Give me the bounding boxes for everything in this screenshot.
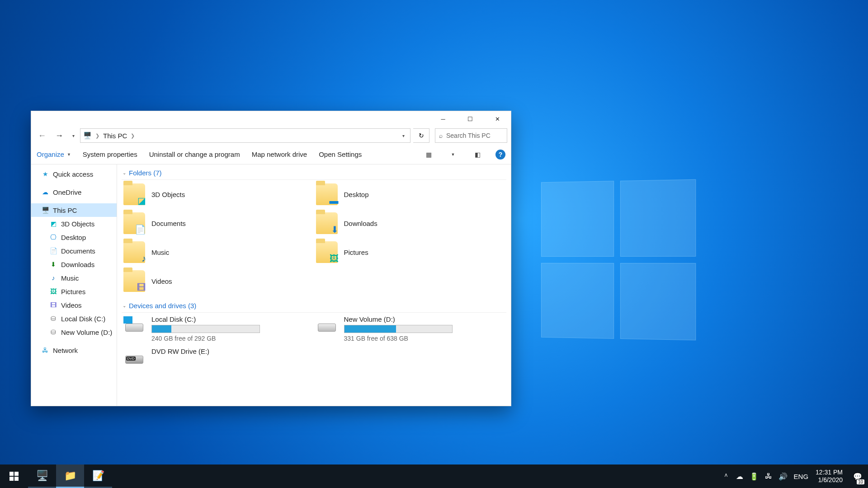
drive-local-c[interactable]: Local Disk (C:) 240 GB free of 292 GB [122, 313, 314, 345]
help-button[interactable]: ? [495, 150, 505, 160]
preview-pane-button[interactable]: ◧ [471, 148, 484, 161]
navigation-pane: ★Quick access ☁OneDrive 🖥️This PC ◩3D Ob… [31, 164, 117, 406]
sidebar-network[interactable]: 🖧Network [31, 343, 117, 357]
folders-group-header[interactable]: ⌄ Folders (7) [122, 166, 506, 180]
forward-button[interactable]: → [52, 128, 66, 143]
this-pc-icon: 🖥️ [83, 131, 92, 140]
volume-icon[interactable]: 🔊 [778, 472, 788, 481]
recent-locations-dropdown[interactable]: ▾ [69, 133, 77, 138]
folder-icon: 🎞 [123, 270, 145, 292]
change-view-button[interactable]: ▦ [422, 148, 435, 161]
folder-music[interactable]: ♪ Music [122, 238, 314, 267]
cloud-icon: ☁ [41, 188, 49, 196]
taskbar: 🖥️ 📁 📝 ＾ ☁ 🔋 🖧 🔊 ENG 12:31 PM 1/6/2020 💬… [0, 465, 868, 488]
taskbar-file-explorer[interactable]: 📁 [56, 465, 84, 488]
sidebar-desktop[interactable]: 🖵Desktop [31, 230, 117, 244]
notification-count: 10 [857, 479, 864, 484]
organize-menu[interactable]: Organize ▼ [37, 150, 71, 158]
folder-icon: ⬇ [316, 212, 338, 234]
disk-icon: ⛁ [49, 328, 57, 336]
music-icon: ♪ [49, 274, 57, 282]
dvd-drive-icon: DVD [123, 347, 145, 369]
battery-icon[interactable]: 🔋 [750, 472, 759, 481]
download-icon: ⬇ [49, 260, 57, 268]
taskbar-app-1[interactable]: 🖥️ [28, 465, 56, 488]
folder-icon: 🖼 [316, 241, 338, 263]
system-tray: ＾ ☁ 🔋 🖧 🔊 ENG [720, 472, 811, 481]
change-view-dropdown[interactable]: ▼ [447, 148, 459, 161]
search-placeholder: Search This PC [446, 132, 491, 139]
folder-3d-objects[interactable]: ◪ 3D Objects [122, 180, 314, 209]
navigation-bar: ← → ▾ 🖥️ ❯ This PC ❯ ▾ ↻ ⌕ Search This P… [31, 127, 511, 145]
sidebar-music[interactable]: ♪Music [31, 271, 117, 285]
file-explorer-window: ─ ☐ ✕ ← → ▾ 🖥️ ❯ This PC ❯ ▾ ↻ ⌕ Search … [31, 111, 511, 406]
maximize-button[interactable]: ☐ [457, 111, 484, 127]
usage-bar [151, 325, 260, 333]
folder-icon: ▬ [316, 183, 338, 205]
back-button[interactable]: ← [35, 128, 49, 143]
disk-icon [316, 315, 338, 337]
pc-icon: 🖥️ [41, 206, 49, 214]
breadcrumb-current[interactable]: This PC [103, 132, 127, 140]
titlebar[interactable]: ─ ☐ ✕ [31, 111, 511, 127]
chevron-right-icon: ❯ [130, 133, 136, 139]
videos-icon: 🎞 [49, 301, 57, 309]
sidebar-local-disk-c[interactable]: ⛁Local Disk (C:) [31, 312, 117, 325]
chevron-right-icon: ❯ [94, 133, 100, 139]
folder-documents[interactable]: 📄 Documents [122, 209, 314, 238]
disk-icon: ⛁ [49, 314, 57, 323]
folder-downloads[interactable]: ⬇ Downloads [314, 209, 507, 238]
sidebar-new-volume-d[interactable]: ⛁New Volume (D:) [31, 325, 117, 339]
devices-group-header[interactable]: ⌄ Devices and drives (3) [122, 299, 506, 313]
star-icon: ★ [41, 170, 49, 178]
sidebar-onedrive[interactable]: ☁OneDrive [31, 185, 117, 199]
map-network-drive-button[interactable]: Map network drive [252, 150, 307, 158]
pictures-icon: 🖼 [49, 287, 57, 296]
cube-icon: ◩ [49, 220, 57, 228]
chevron-down-icon: ▼ [67, 152, 71, 157]
folder-icon: 📄 [123, 212, 145, 234]
content-pane: ⌄ Folders (7) ◪ 3D Objects ▬ Desktop 📄 D… [117, 164, 511, 406]
document-icon: 📄 [49, 247, 57, 255]
system-properties-button[interactable]: System properties [83, 150, 137, 158]
sidebar-documents[interactable]: 📄Documents [31, 244, 117, 258]
folder-desktop[interactable]: ▬ Desktop [314, 180, 507, 209]
search-box[interactable]: ⌕ Search This PC [435, 128, 507, 143]
minimize-button[interactable]: ─ [429, 111, 457, 127]
refresh-button[interactable]: ↻ [413, 128, 429, 143]
start-button[interactable] [0, 465, 28, 488]
taskbar-clock[interactable]: 12:31 PM 1/6/2020 [811, 469, 847, 484]
chevron-down-icon: ⌄ [123, 170, 126, 175]
uninstall-program-button[interactable]: Uninstall or change a program [149, 150, 240, 158]
folder-icon: ♪ [123, 241, 145, 263]
chevron-down-icon: ⌄ [123, 303, 126, 308]
search-icon: ⌕ [439, 132, 443, 139]
sidebar-videos[interactable]: 🎞Videos [31, 298, 117, 312]
open-settings-button[interactable]: Open Settings [319, 150, 362, 158]
desktop-icon: 🖵 [49, 233, 57, 241]
language-indicator[interactable]: ENG [794, 473, 809, 480]
network-icon: 🖧 [41, 346, 49, 354]
onedrive-tray-icon[interactable]: ☁ [736, 472, 743, 481]
drive-dvd-e[interactable]: DVD DVD RW Drive (E:) [122, 345, 314, 372]
action-center-button[interactable]: 💬 10 [847, 465, 868, 488]
folder-pictures[interactable]: 🖼 Pictures [314, 238, 507, 267]
network-tray-icon[interactable]: 🖧 [765, 472, 772, 480]
taskbar-app-notepad[interactable]: 📝 [84, 465, 112, 488]
folder-icon: ◪ [123, 183, 145, 205]
folder-videos[interactable]: 🎞 Videos [122, 267, 314, 296]
sidebar-downloads[interactable]: ⬇Downloads [31, 258, 117, 271]
drive-new-volume-d[interactable]: New Volume (D:) 331 GB free of 638 GB [314, 313, 507, 345]
sidebar-3d-objects[interactable]: ◩3D Objects [31, 217, 117, 230]
tray-overflow-icon[interactable]: ＾ [722, 472, 730, 481]
command-bar: Organize ▼ System properties Uninstall o… [31, 145, 511, 164]
os-disk-icon [123, 315, 145, 337]
address-dropdown[interactable]: ▾ [400, 133, 407, 138]
sidebar-pictures[interactable]: 🖼Pictures [31, 285, 117, 298]
organize-label: Organize [37, 150, 64, 158]
windows-desktop-logo [541, 179, 696, 340]
sidebar-quick-access[interactable]: ★Quick access [31, 167, 117, 181]
close-button[interactable]: ✕ [484, 111, 511, 127]
sidebar-this-pc[interactable]: 🖥️This PC [31, 203, 117, 217]
address-bar[interactable]: 🖥️ ❯ This PC ❯ ▾ [80, 128, 410, 143]
